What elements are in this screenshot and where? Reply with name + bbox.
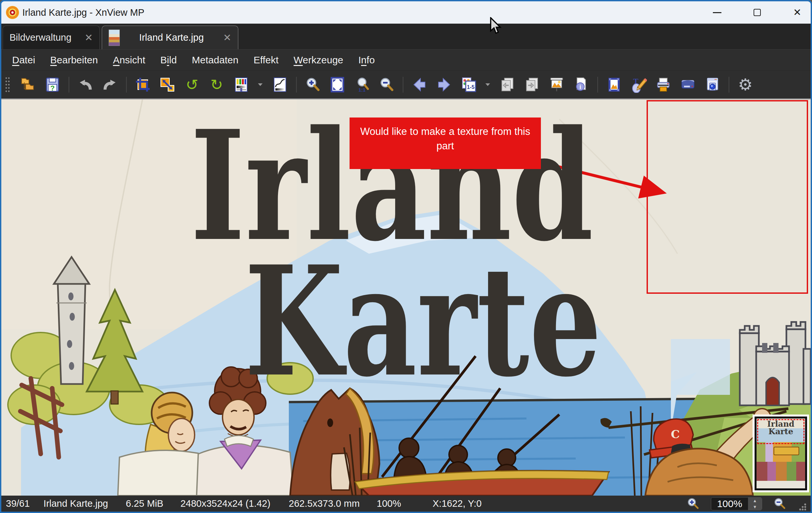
crop-button[interactable] bbox=[134, 75, 151, 94]
menu-info[interactable]: Info bbox=[351, 55, 382, 66]
window-title: Irland Karte.jpg - XnView MP bbox=[22, 7, 144, 18]
settings-button[interactable]: ⚙ bbox=[737, 75, 754, 94]
toolbar-separator bbox=[296, 77, 297, 92]
tab-bildverwaltung[interactable]: Bildverwaltung ✕ bbox=[3, 26, 100, 49]
slideshow-button[interactable] bbox=[548, 75, 565, 94]
navigator-footer-strip bbox=[757, 481, 805, 488]
color-adjust-button[interactable] bbox=[233, 75, 250, 94]
image-viewer-canvas[interactable]: C Irland Karte Would like to make a text… bbox=[1, 98, 811, 495]
screen-capture-button[interactable] bbox=[704, 75, 721, 94]
svg-text:1-5: 1-5 bbox=[467, 84, 474, 90]
status-cursor-position: X:1622, Y:0 bbox=[433, 498, 482, 509]
browse-folders-button[interactable] bbox=[19, 75, 36, 94]
fullscreen-button[interactable] bbox=[606, 75, 622, 94]
tab-irland-karte[interactable]: Irland Karte.jpg ✕ bbox=[102, 26, 238, 49]
previous-image-button[interactable] bbox=[411, 75, 428, 94]
tab-bar: Bildverwaltung ✕ Irland Karte.jpg ✕ bbox=[1, 24, 811, 49]
next-image-icon bbox=[436, 77, 452, 93]
xnview-app-icon bbox=[6, 6, 19, 19]
status-dimensions: 2480x3524x24 (1.42) bbox=[180, 498, 270, 509]
annotation-box: Would like to make a texture from this p… bbox=[350, 117, 541, 169]
menu-effekt[interactable]: Effekt bbox=[246, 55, 286, 66]
annotation-text-line2: part bbox=[350, 139, 541, 153]
menu-datei[interactable]: Datei bbox=[5, 55, 43, 66]
menu-bearbeiten[interactable]: Bearbeiten bbox=[43, 55, 105, 66]
previous-page-button[interactable] bbox=[499, 75, 516, 94]
gear-icon: ⚙ bbox=[738, 77, 753, 93]
zoom-out-icon[interactable] bbox=[773, 497, 786, 510]
fullscreen-icon bbox=[606, 77, 622, 93]
window-controls: ✕ bbox=[709, 1, 805, 24]
rotate-right-button[interactable]: ↻ bbox=[208, 75, 225, 94]
close-button[interactable]: ✕ bbox=[790, 5, 805, 20]
status-bar: 39/61 Irland Karte.jpg 6.25 MiB 2480x352… bbox=[1, 495, 811, 512]
info-icon: i bbox=[573, 77, 589, 93]
crop-icon bbox=[135, 77, 151, 93]
edit-text-button[interactable]: T bbox=[630, 75, 647, 94]
zoom-spinner[interactable]: 100% ▲ ▼ bbox=[711, 497, 762, 510]
zoom-spinner-buttons: ▲ ▼ bbox=[748, 497, 762, 510]
print-button[interactable] bbox=[655, 75, 672, 94]
minimize-button[interactable] bbox=[709, 5, 725, 20]
menu-bar: Datei Bearbeiten Ansicht Bild Metadaten … bbox=[1, 49, 811, 70]
zoom-one-to-one-button[interactable]: 1:1 bbox=[353, 75, 371, 94]
tab-thumbnail-image bbox=[109, 30, 120, 46]
fit-to-window-button[interactable] bbox=[329, 75, 346, 94]
menu-werkzeuge[interactable]: Werkzeuge bbox=[286, 55, 351, 66]
zoom-spinner-up[interactable]: ▲ bbox=[748, 497, 762, 504]
svg-text:?: ? bbox=[50, 84, 55, 92]
redo-icon bbox=[102, 77, 118, 93]
rotate-right-icon: ↻ bbox=[210, 77, 223, 92]
next-image-button[interactable] bbox=[436, 75, 453, 94]
navigator-viewport-rect[interactable] bbox=[757, 419, 805, 444]
tab-close-icon[interactable]: ✕ bbox=[85, 32, 93, 43]
next-page-icon bbox=[524, 77, 540, 93]
zoom-in-icon[interactable] bbox=[687, 497, 700, 510]
edit-text-icon: T bbox=[631, 77, 647, 93]
rotate-left-icon: ↺ bbox=[186, 77, 199, 92]
fit-to-window-icon bbox=[329, 77, 346, 93]
toolbar-separator bbox=[68, 77, 69, 92]
close-icon: ✕ bbox=[793, 7, 801, 18]
toolbar-separator bbox=[597, 77, 598, 92]
print-icon bbox=[655, 77, 671, 93]
zoom-spinner-down[interactable]: ▼ bbox=[748, 504, 762, 510]
xnview-window: Irland Karte.jpg - XnView MP ✕ Bildverwa… bbox=[0, 0, 812, 513]
save-button[interactable]: ? bbox=[44, 75, 61, 94]
annotation-text-line1: Would like to make a texture from this bbox=[350, 124, 541, 139]
toolbar-separator bbox=[403, 77, 403, 92]
maximize-button[interactable] bbox=[750, 5, 765, 20]
next-page-button[interactable] bbox=[523, 75, 541, 94]
resize-button[interactable] bbox=[159, 75, 176, 94]
color-adjust-icon bbox=[233, 77, 250, 93]
tab-label: Irland Karte.jpg bbox=[125, 32, 218, 43]
pages-dropdown[interactable] bbox=[485, 83, 491, 87]
redo-button[interactable] bbox=[102, 75, 118, 94]
menu-metadaten[interactable]: Metadaten bbox=[184, 55, 246, 66]
menu-bild[interactable]: Bild bbox=[153, 55, 184, 66]
tab-close-icon[interactable]: ✕ bbox=[223, 32, 231, 43]
navigator-panel[interactable]: Irland Karte bbox=[753, 415, 809, 492]
status-image-index: 39/61 bbox=[6, 498, 30, 509]
zoom-spinner-value[interactable]: 100% bbox=[711, 497, 748, 510]
chevron-down-icon bbox=[257, 83, 263, 87]
svg-text:1:1: 1:1 bbox=[358, 87, 366, 92]
toolbar: ? ↺ ↻ 1:1 bbox=[1, 70, 811, 98]
undo-button[interactable] bbox=[77, 75, 94, 94]
resize-icon bbox=[159, 77, 176, 93]
toolbar-drag-handle[interactable] bbox=[4, 75, 12, 94]
menu-ansicht[interactable]: Ansicht bbox=[105, 55, 153, 66]
scan-button[interactable] bbox=[679, 75, 696, 94]
curves-button[interactable] bbox=[271, 75, 289, 94]
save-icon: ? bbox=[44, 77, 61, 93]
navigator-crowd bbox=[757, 462, 805, 481]
navigator-car bbox=[774, 447, 799, 455]
rotate-left-button[interactable]: ↺ bbox=[183, 75, 201, 94]
color-adjust-dropdown[interactable] bbox=[257, 83, 264, 87]
zoom-in-button[interactable] bbox=[304, 75, 321, 94]
zoom-out-button[interactable] bbox=[378, 75, 395, 94]
minimize-icon bbox=[713, 12, 721, 13]
pages-batch-button[interactable]: 1-5 bbox=[460, 75, 477, 94]
info-button[interactable]: i bbox=[573, 75, 590, 94]
resize-grip[interactable] bbox=[798, 502, 806, 510]
